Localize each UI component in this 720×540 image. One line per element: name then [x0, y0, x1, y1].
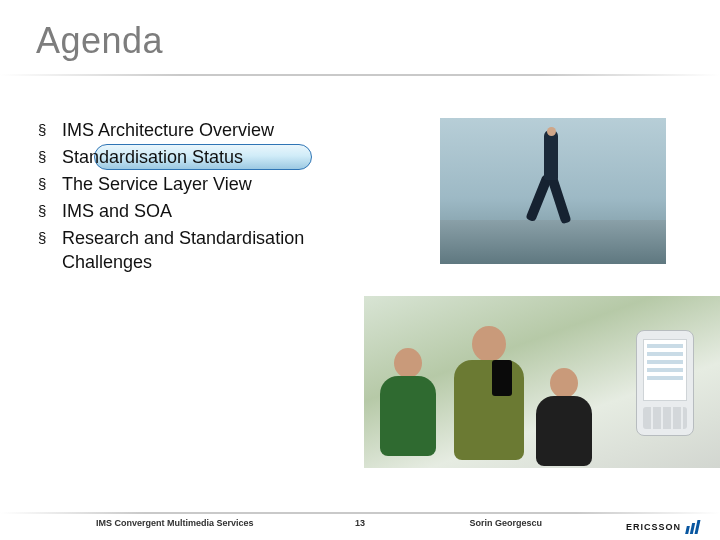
- bullet-list: § IMS Architecture Overview § Standardis…: [36, 118, 366, 277]
- bullet-text: IMS and SOA: [62, 199, 172, 223]
- bullet-icon: §: [36, 145, 62, 169]
- footer: IMS Convergent Multimedia Services 13 So…: [0, 518, 720, 532]
- slide-title: Agenda: [36, 20, 163, 62]
- list-item: § Research and Standardisation Challenge…: [36, 226, 366, 274]
- phone-held-icon: [492, 360, 512, 396]
- ericsson-bars-icon: [686, 520, 700, 534]
- list-item: § The Service Layer View: [36, 172, 366, 196]
- list-item: § IMS and SOA: [36, 199, 366, 223]
- bullet-text: The Service Layer View: [62, 172, 252, 196]
- bullet-text: Standardisation Status: [62, 145, 243, 169]
- list-item: § Standardisation Status: [36, 145, 366, 169]
- bullet-text: Research and Standardisation Challenges: [62, 226, 366, 274]
- bullet-icon: §: [36, 172, 62, 196]
- footer-title: IMS Convergent Multimedia Services: [96, 518, 254, 528]
- bullet-text: IMS Architecture Overview: [62, 118, 274, 142]
- brand-name: ERICSSON: [626, 522, 681, 532]
- brand-logo: ERICSSON: [626, 520, 700, 534]
- bullet-icon: §: [36, 226, 62, 250]
- footer-divider: [0, 512, 720, 514]
- page-number: 13: [355, 518, 365, 528]
- title-divider: [0, 74, 720, 76]
- bullet-icon: §: [36, 118, 62, 142]
- group-image: [364, 296, 720, 468]
- bullet-icon: §: [36, 199, 62, 223]
- list-item: § IMS Architecture Overview: [36, 118, 366, 142]
- footer-author: Sorin Georgescu: [469, 518, 542, 528]
- phone-device-icon: [636, 330, 694, 436]
- hero-image: [440, 118, 666, 264]
